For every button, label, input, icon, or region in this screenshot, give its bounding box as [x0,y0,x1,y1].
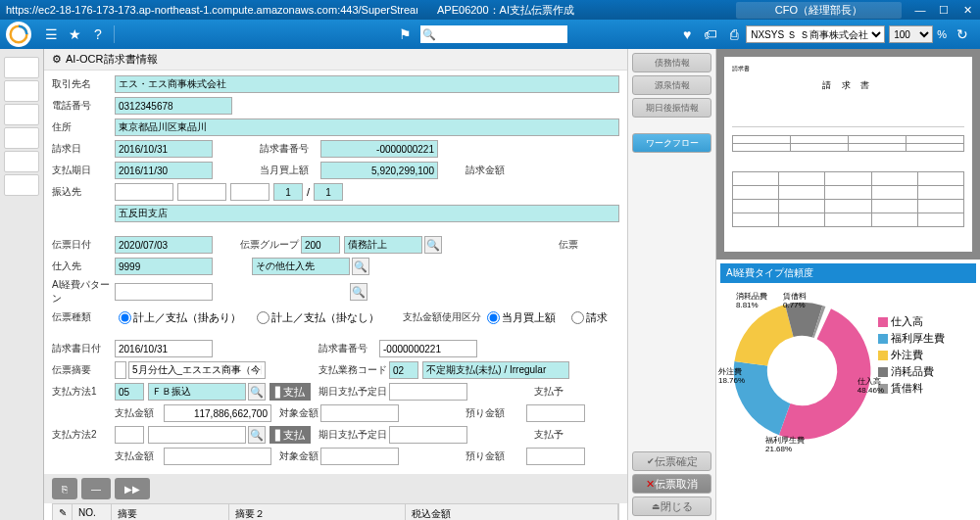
help-icon[interactable]: ? [88,24,108,44]
left-nav [0,49,44,520]
search-input[interactable]: 🔍 [420,25,567,43]
source-info-button[interactable]: 源泉情報 [632,75,711,95]
invoice-no-input[interactable] [320,140,438,158]
star-icon[interactable]: ★ [65,24,84,44]
supplier-input[interactable] [115,258,213,275]
chart-title: AI経費タイプ信頼度 [720,263,976,283]
toolbar: ☰ ★ ? ⚑ 🔍 ♥ 🏷 ⎙ NXSYS Ｓ Ｓ商事株式会社 100 % ↻ [0,20,980,49]
confidence-chart: 消耗品費8.81% 賃借料0.77% 外注費18.76% 仕入高48.46% 福… [720,283,976,489]
chart-legend: 仕入高 福利厚生費 外注費 消耗品費 賃借料 [878,312,945,489]
close-icon[interactable]: ✕ [960,4,974,17]
debt-info-button[interactable]: 债務情報 [632,53,711,72]
radio-togetsu[interactable]: 当月買上額 [487,310,556,325]
section-ocr-header: ⚙ AI-OCR請求書情報 [44,49,627,71]
app-logo [6,22,31,47]
search-icon[interactable]: 🔍 [424,236,442,254]
tel-input[interactable] [115,97,232,115]
url-text: https://ec2-18-176-173-173.ap-northeast-… [6,4,417,16]
summary-input[interactable] [128,361,266,379]
company-select[interactable]: NXSYS Ｓ Ｓ商事株式会社 [746,25,885,43]
flag-icon[interactable]: ⚑ [395,24,415,44]
search-icon: 🔍 [422,28,436,41]
tag-icon[interactable]: 🏷 [701,24,720,44]
cancel-button[interactable]: ✕ 伝票取消 [632,474,711,494]
invoice-no2-input[interactable] [379,340,477,357]
print-icon[interactable]: ⎙ [724,24,744,44]
right-action-panel: 债務情報 源泉情報 期日後振情報 ワークフロー ✔ 伝票確定 ✕ 伝票取消 ⏏ … [627,49,715,520]
nav-item[interactable] [4,127,39,149]
nav-item[interactable] [4,57,39,78]
delete-button[interactable]: — [81,478,111,499]
app-id: APE06200：AI支払伝票作成 [437,3,736,18]
vendor-name-input[interactable] [115,75,619,93]
heart-icon[interactable]: ♥ [677,24,697,44]
titlebar: https://ec2-18-176-173-173.ap-northeast-… [0,0,980,20]
pay-method1-input[interactable] [115,383,144,401]
user-role: CFO（経理部長） [736,2,902,19]
pay-amount-input[interactable] [164,404,271,422]
radio-keijyo-nashi[interactable]: 計上／支払（掛なし） [257,310,379,325]
postdate-button[interactable]: 期日後振情報 [632,98,711,118]
grid-header: ✎ NO. 摘要 摘要２ 税込金額 [52,503,619,520]
month-purchase-input[interactable] [320,162,438,179]
refresh-icon[interactable]: ↻ [953,24,972,44]
confirm-button[interactable]: ✔ 伝票確定 [632,451,711,471]
transfer-input[interactable] [115,183,173,201]
slip-date-input[interactable] [115,236,213,254]
ai-pattern-input[interactable] [115,283,213,301]
address-input[interactable] [115,118,619,136]
search-icon[interactable]: 🔍 [248,383,266,401]
maximize-icon[interactable]: ☐ [937,4,951,17]
radio-keijyo-ari[interactable]: 計上／支払（掛あり） [119,310,241,325]
close-button[interactable]: ⏏ 閉じる [632,496,711,516]
minimize-icon[interactable]: — [913,4,927,17]
gear-icon: ⚙ [52,53,62,66]
copy-button[interactable]: ⎘ [52,478,77,499]
document-preview: 請求書 請 求 書 [716,49,980,260]
slip-group-input[interactable] [301,236,340,254]
workflow-button[interactable]: ワークフロー [632,133,711,153]
radio-seikyu[interactable]: 請求 [571,310,608,325]
next-button[interactable]: ▶▶ [115,478,150,499]
nav-item[interactable] [4,174,39,196]
pay-button-2[interactable]: ▋ 支払 [270,426,311,444]
pay-button[interactable]: ▋ 支払 [270,383,311,401]
search-icon[interactable]: 🔍 [350,283,368,301]
menu-icon[interactable]: ☰ [41,24,61,44]
nav-item[interactable] [4,151,39,172]
due-date-input[interactable] [115,162,213,179]
nav-item[interactable] [4,80,39,102]
invoice-date-input[interactable] [115,140,213,158]
search-icon[interactable]: 🔍 [352,258,369,275]
nav-item[interactable] [4,104,39,125]
branch-input[interactable] [115,205,619,222]
search-icon[interactable]: 🔍 [248,426,266,444]
biz-code-input[interactable] [389,361,418,379]
zoom-select[interactable]: 100 [889,25,933,43]
invoice-date2-input[interactable] [115,340,213,357]
